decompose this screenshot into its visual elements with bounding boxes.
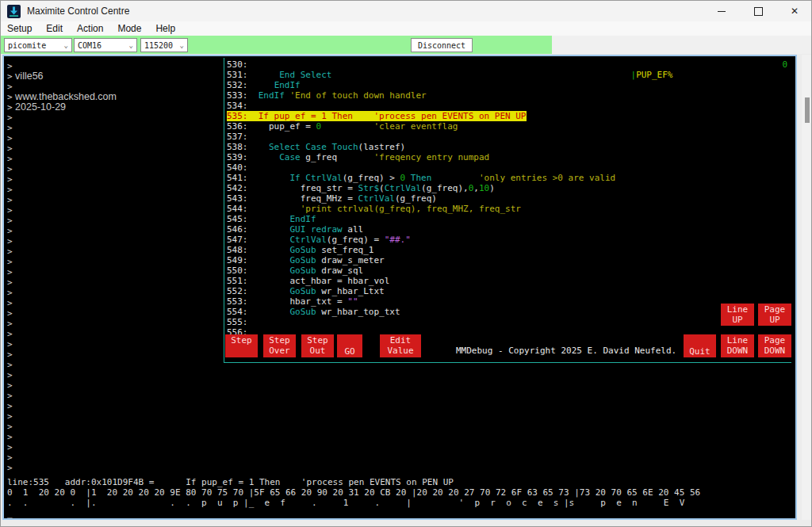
go-button[interactable]: GO [337, 334, 362, 357]
chevron-down-icon: ⌄ [129, 41, 133, 49]
step-button[interactable]: Step [225, 334, 258, 357]
terminal-line: > [7, 143, 117, 154]
terminal-line: > [7, 453, 117, 463]
chevron-down-icon: ⌄ [64, 41, 68, 49]
code-line: 533: EndIf 'End of touch down handler [227, 90, 427, 101]
code-line: 531: End Select [227, 70, 331, 80]
code-line: 540: [227, 162, 248, 173]
edit-value-button[interactable]: EditValue [380, 334, 421, 357]
line-down-button[interactable]: LineDOWN [721, 334, 754, 357]
menu-edit[interactable]: Edit [40, 23, 71, 34]
code-line: 552: GoSub wr_hbar_Ltxt [227, 286, 385, 296]
code-line: 548: GoSub set_freq_1 [227, 245, 373, 255]
terminal-left-output: >> ville56>> www.thebackshed.com> 2025-1… [7, 61, 117, 473]
watch-variable-name: PUP_EF% [636, 70, 672, 80]
terminal-line: > [7, 226, 117, 236]
terminal-line: > [7, 288, 117, 298]
chevron-down-icon: ⌄ [180, 41, 184, 49]
connection-toolbar: picomite ⌄ COM16 ⌄ 115200 ⌄ Disconnect [1, 36, 812, 54]
close-button[interactable]: ✕ [776, 1, 812, 21]
code-line: 541: If CtrlVal(g_freq) > 0 Then 'only e… [227, 173, 615, 183]
watch-variable: |PUP_EF% [610, 59, 672, 90]
code-line: 538: Select Case Touch(lastref) [227, 142, 405, 152]
debug-status-dump: line:535 addr:0x101D9F4B = If pup_ef = 1… [7, 477, 700, 518]
code-line: 546: GUI redraw all [227, 224, 363, 235]
terminal-line: > [7, 246, 117, 257]
scrollbar-thumb[interactable] [805, 97, 810, 123]
terminal-line: > [7, 380, 117, 391]
terminal-line: > [7, 164, 117, 174]
page-up-button[interactable]: PageUP [758, 304, 791, 326]
terminal-line: > 2025-10-29 [7, 102, 117, 113]
terminal-line: > [7, 267, 117, 277]
device-select[interactable]: picomite ⌄ [4, 38, 72, 52]
terminal-line: > [7, 123, 117, 133]
line-up-button[interactable]: LineUP [721, 304, 754, 326]
page-down-button[interactable]: PageDOWN [758, 334, 791, 357]
terminal-line: > [7, 205, 117, 216]
code-line: 543: freq_MHz = CtrlVal(g_freq) [227, 193, 437, 204]
terminal-line: > [7, 174, 117, 185]
code-line: 535: If pup_ef = 1 Then 'process pen EVE… [227, 111, 527, 121]
quit-button[interactable]: Quit [684, 334, 716, 357]
terminal-line: > [7, 463, 117, 473]
code-line: 530: [227, 59, 248, 70]
disconnect-button[interactable]: Disconnect [411, 38, 473, 52]
terminal-line: > [7, 277, 117, 288]
terminal-line: > [7, 257, 117, 267]
step-over-button[interactable]: StepOver [263, 334, 296, 357]
terminal-line: > [7, 308, 117, 319]
terminal-line: > [7, 360, 117, 370]
terminal-line: > [7, 195, 117, 205]
maximize-icon [754, 7, 763, 16]
terminal-line: > [7, 154, 117, 164]
terminal-line: > ville56 [7, 71, 117, 82]
terminal-line: > [7, 339, 117, 349]
terminal-line: > [7, 401, 117, 411]
terminal-console[interactable]: >> ville56>> www.thebackshed.com> 2025-1… [2, 55, 797, 520]
step-out-button[interactable]: StepOut [301, 334, 334, 357]
code-line: 539: Case g_freq 'freqency entry numpad [227, 152, 489, 162]
menu-setup[interactable]: Setup [1, 23, 40, 34]
terminal-line: > [7, 349, 117, 360]
menu-action[interactable]: Action [71, 23, 111, 34]
code-panel-bottom-border [224, 362, 791, 363]
terminal-line: > [7, 113, 117, 123]
terminal-line: > [7, 133, 117, 143]
terminal-line: > [7, 319, 117, 329]
code-line: 553: hbar_txt = "" [227, 296, 358, 307]
code-line: 544: 'print ctrlval(g_freq), freq_MHZ, f… [227, 204, 521, 214]
com-port-value: COM16 [78, 41, 102, 50]
terminal-line: > [7, 236, 117, 246]
maximize-button[interactable] [740, 1, 776, 21]
code-listing: 530:531: End Select532: EndIf533: EndIf … [227, 59, 615, 338]
status-line: line:535 addr:0x101D9F4B = If pup_ef = 1… [7, 477, 700, 487]
baud-rate-value: 115200 [144, 41, 173, 50]
terminal-line: > [7, 298, 117, 308]
mmdebug-copyright: MMDebug - Copyright 2025 E. David Neufel… [456, 346, 676, 356]
baud-rate-select[interactable]: 115200 ⌄ [140, 38, 188, 52]
menu-mode[interactable]: Mode [111, 23, 149, 34]
code-line: 542: freq_str = Str$(CtrlVal(g_freq),0,1… [227, 183, 495, 193]
terminal-line: > [7, 411, 117, 422]
code-line: 545: EndIf [227, 214, 316, 224]
code-line: 555: [227, 317, 248, 327]
com-port-select[interactable]: COM16 ⌄ [74, 38, 137, 52]
terminal-line: > [7, 442, 117, 453]
close-icon: ✕ [791, 6, 799, 17]
status-line: 0 1 20 20 0 |1 20 20 20 20 9E 80 70 75 7… [7, 487, 700, 498]
code-line: 549: GoSub draw_s_meter [227, 255, 385, 265]
code-line: 554: GoSub wr_hbar_top_txt [227, 307, 400, 317]
status-line: . . . |. . . p u p |_ e f . 1 . | ' p r … [7, 498, 700, 508]
window-title: Maximite Control Centre [27, 6, 129, 17]
terminal-line: > [7, 422, 117, 432]
minimize-button[interactable] [703, 1, 740, 21]
terminal-scrollbar[interactable] [802, 55, 812, 520]
terminal-line: > [7, 329, 117, 339]
device-select-value: picomite [8, 41, 46, 50]
menu-help[interactable]: Help [149, 23, 183, 34]
status-line: _ [7, 508, 700, 518]
terminal-line: > [7, 185, 117, 195]
terminal-line: > [7, 216, 117, 226]
code-line: 550: GoSub draw_sql [227, 265, 363, 276]
